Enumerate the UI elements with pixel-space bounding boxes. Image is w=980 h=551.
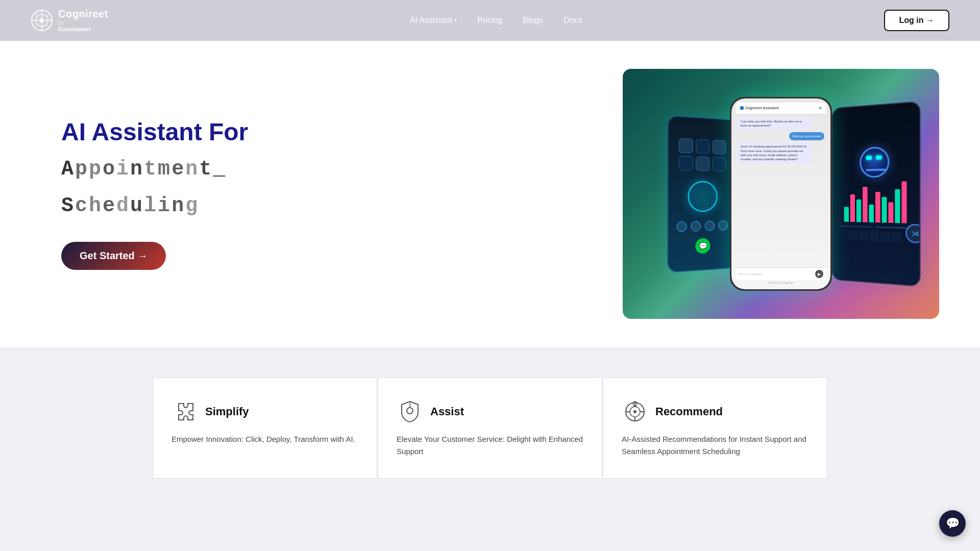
logo-brand: Cognireet <box>58 8 108 20</box>
chat-bubble-bot-1: I can help you with that. Would you like… <box>738 117 812 130</box>
hero-illustration: 💬 🔵 Cognireet Assistant ✕ I can help <box>623 69 939 319</box>
logo-sub1: by <box>58 20 108 26</box>
nav-item-blogs[interactable]: Blogs <box>523 16 543 25</box>
chat-widget-button[interactable]: 💬 <box>939 510 966 537</box>
logo-icon <box>31 9 53 32</box>
chat-input-bar: Send a message... ▶ <box>736 267 826 280</box>
chat-header-logo: 🔵 Cognireet Assistant <box>740 106 779 110</box>
svg-point-11 <box>407 408 413 414</box>
send-button[interactable]: ▶ <box>815 270 823 278</box>
feature-card-assist: Assist Elevate Your Customer Service: De… <box>378 378 602 479</box>
login-button[interactable]: Log in → <box>884 10 949 31</box>
phone-center: 🔵 Cognireet Assistant ✕ I can help you w… <box>730 97 832 291</box>
svg-line-10 <box>34 23 39 28</box>
hero-title: AI Assistant For <box>61 118 306 146</box>
robot-head <box>860 146 889 178</box>
chat-bubble-bot-2: Sure! I'm booking appointment for 05-03-… <box>738 142 812 164</box>
nav-item-pricing[interactable]: Pricing <box>477 16 502 25</box>
feature-desc-recommend: AI-Assisted Recommendations for Instant … <box>622 433 808 458</box>
nav-item-ai-assistant[interactable]: AI Assistant ▾ <box>410 16 457 25</box>
chart-bars <box>844 181 906 223</box>
navbar-nav: AI Assistant ▾ Pricing Blogs Docs <box>410 16 582 25</box>
logo[interactable]: Cognireet by Eurasiamart <box>31 8 108 33</box>
hero-left: AI Assistant For Appointment _ Schedulin… <box>61 118 306 270</box>
chat-bubble-user-1: Book an appointment <box>789 132 824 140</box>
hero-animated-text: Appointment _ Scheduling <box>61 154 306 221</box>
puzzle-icon <box>172 398 198 425</box>
feature-title-assist: Assist <box>430 405 464 418</box>
svg-line-9 <box>45 13 50 17</box>
animated-line-1: Appointment _ <box>61 154 306 185</box>
feature-title-recommend: Recommend <box>655 405 723 418</box>
svg-point-2 <box>40 18 44 22</box>
logo-sub2: Eurasiamart <box>58 26 108 33</box>
svg-line-8 <box>45 23 50 28</box>
hero-section: AI Assistant For Appointment _ Schedulin… <box>0 41 980 347</box>
navbar: Cognireet by Eurasiamart AI Assistant ▾ … <box>0 0 980 41</box>
phone-right: ⋊ <box>831 101 920 287</box>
logo-text: Cognireet by Eurasiamart <box>58 8 108 33</box>
svg-line-7 <box>34 13 39 17</box>
feature-title-simplify: Simplify <box>205 405 249 418</box>
feature-desc-assist: Elevate Your Customer Service: Delight w… <box>397 433 583 458</box>
feature-card-recommend: Recommend AI-Assisted Recommendations fo… <box>603 378 827 479</box>
animated-line-2: Scheduling <box>61 191 306 221</box>
features-section: Simplify Empower Innovation: Click, Depl… <box>0 347 980 509</box>
share-icon: ⋊ <box>905 224 920 244</box>
chevron-down-icon: ▾ <box>454 17 457 23</box>
navbar-actions: Log in → <box>884 10 949 31</box>
get-started-button[interactable]: Get Started → <box>61 242 166 270</box>
svg-point-19 <box>633 410 636 413</box>
scene-wrapper: 💬 🔵 Cognireet Assistant ✕ I can help <box>623 69 939 319</box>
chat-messages: I can help you with that. Would you like… <box>736 114 826 267</box>
hero-image: 💬 🔵 Cognireet Assistant ✕ I can help <box>623 69 939 319</box>
nav-item-docs[interactable]: Docs <box>564 16 582 25</box>
chat-close-icon: ✕ <box>818 106 822 111</box>
compass-icon <box>622 398 648 425</box>
feature-desc-simplify: Empower Innovation: Click, Deploy, Trans… <box>172 433 358 445</box>
shield-icon <box>397 398 423 425</box>
phone-left: 💬 <box>667 115 736 272</box>
powered-by: Powered by Cognireet <box>736 280 826 285</box>
feature-card-simplify: Simplify Empower Innovation: Click, Depl… <box>153 378 377 479</box>
